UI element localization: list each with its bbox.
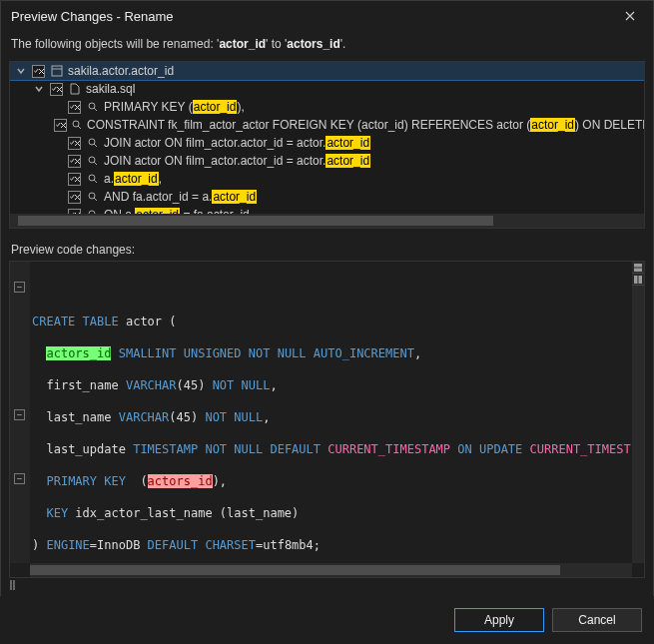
- reference-icon: [85, 154, 100, 169]
- checkbox[interactable]: [54, 119, 67, 132]
- tree-item[interactable]: PRIMARY KEY (actor_id),: [10, 98, 644, 116]
- tree-item[interactable]: JOIN actor ON film_actor.actor_id = acto…: [10, 152, 644, 170]
- reference-icon: [85, 172, 100, 187]
- tree-item[interactable]: ON a.actor_id = fa.actor_id: [10, 206, 644, 214]
- tree-root-label: sakila.actor.actor_id: [68, 64, 174, 78]
- checkbox[interactable]: [68, 137, 81, 150]
- tree-horizontal-scrollbar[interactable]: [10, 214, 644, 228]
- expand-toggle[interactable]: [32, 82, 46, 96]
- close-button[interactable]: [615, 4, 645, 28]
- svg-rect-17: [634, 269, 642, 272]
- code-overview-strip[interactable]: [632, 262, 644, 563]
- svg-line-9: [94, 162, 97, 165]
- tree-panel: sakila.actor.actor_id sakila.sql PRIMARY…: [9, 61, 645, 229]
- fold-toggle[interactable]: −: [14, 282, 25, 293]
- code-body: CREATE TABLE actor ( actors_id SMALLINT …: [32, 266, 630, 578]
- fold-toggle[interactable]: −: [14, 409, 25, 420]
- dialog-button-row: Apply Cancel: [0, 596, 654, 644]
- apply-button[interactable]: Apply: [454, 608, 544, 632]
- close-icon: [625, 11, 635, 21]
- code-gutter: − − −: [10, 262, 30, 563]
- checkbox[interactable]: [68, 155, 81, 168]
- scrollbar-thumb[interactable]: [18, 216, 493, 226]
- reference-icon: [85, 190, 100, 205]
- tree-item[interactable]: AND fa.actor_id = a.actor_id: [10, 188, 644, 206]
- svg-rect-19: [639, 276, 642, 284]
- preview-label: Preview code changes:: [11, 243, 643, 257]
- svg-rect-0: [52, 66, 62, 76]
- window-title: Preview Changes - Rename: [11, 9, 174, 24]
- svg-line-11: [94, 180, 97, 183]
- reference-icon: [85, 136, 100, 151]
- column-icon: [49, 64, 64, 79]
- split-vertical-icon[interactable]: [632, 274, 644, 286]
- svg-rect-16: [634, 264, 642, 267]
- code-preview-panel[interactable]: − − − CREATE TABLE actor ( actors_id SMA…: [9, 261, 645, 578]
- file-icon: [67, 82, 82, 97]
- svg-line-7: [94, 144, 97, 147]
- tree-item[interactable]: CONSTRAINT fk_film_actor_actor FOREIGN K…: [10, 116, 644, 134]
- checkbox[interactable]: [32, 65, 45, 78]
- tree-file[interactable]: sakila.sql: [10, 80, 644, 98]
- tree-root[interactable]: sakila.actor.actor_id: [10, 62, 644, 80]
- checkbox[interactable]: [68, 191, 81, 204]
- tree-item[interactable]: JOIN actor ON film_actor.actor_id = acto…: [10, 134, 644, 152]
- titlebar: Preview Changes - Rename: [1, 1, 653, 31]
- cancel-button[interactable]: Cancel: [552, 608, 642, 632]
- fold-toggle[interactable]: −: [14, 473, 25, 484]
- splitter-handle[interactable]: [6, 578, 16, 592]
- intro-text: The following objects will be renamed: '…: [1, 31, 653, 57]
- split-horizontal-icon[interactable]: [632, 262, 644, 274]
- svg-line-5: [78, 126, 81, 129]
- expand-toggle[interactable]: [14, 64, 28, 78]
- tree-item[interactable]: a.actor_id,: [10, 170, 644, 188]
- svg-line-13: [94, 198, 97, 201]
- reference-icon: [71, 118, 83, 133]
- svg-rect-18: [634, 276, 637, 284]
- scrollbar-thumb[interactable]: [30, 565, 560, 575]
- checkbox[interactable]: [68, 173, 81, 186]
- svg-line-3: [94, 108, 97, 111]
- code-horizontal-scrollbar[interactable]: [30, 563, 632, 577]
- tree-file-label: sakila.sql: [86, 82, 135, 96]
- checkbox[interactable]: [68, 101, 81, 114]
- reference-icon: [85, 100, 100, 115]
- checkbox[interactable]: [50, 83, 63, 96]
